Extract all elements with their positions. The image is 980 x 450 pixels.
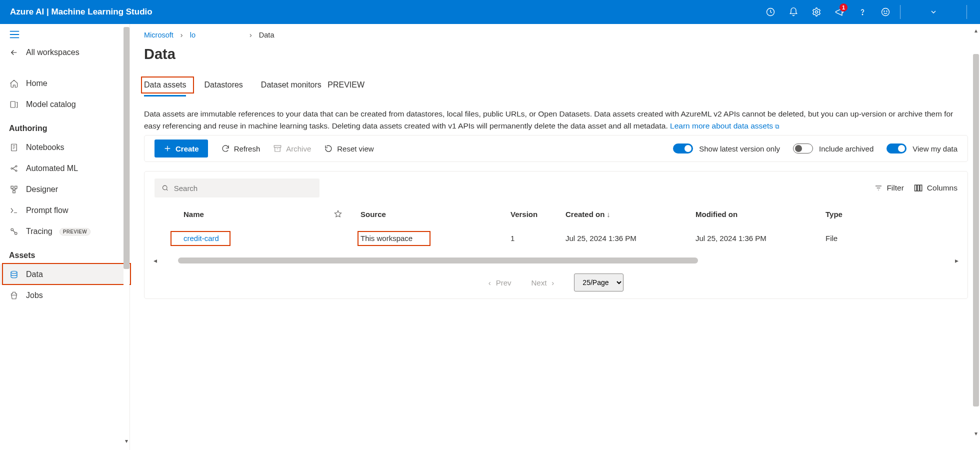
- toggle-view-my-data[interactable]: [886, 144, 906, 154]
- tab-dataset-monitors[interactable]: Dataset monitors PREVIEW: [261, 76, 364, 96]
- external-link-icon: ⧉: [775, 123, 780, 130]
- search-input[interactable]: [154, 178, 320, 198]
- create-button[interactable]: Create: [154, 140, 208, 158]
- cell-modified: Jul 25, 2024 1:36 PM: [686, 227, 816, 253]
- svg-point-16: [11, 271, 17, 274]
- breadcrumb-root[interactable]: Microsoft: [144, 31, 174, 39]
- page-size-select[interactable]: 25/Page: [574, 274, 624, 292]
- hamburger-icon[interactable]: [0, 30, 130, 42]
- scroll-right-icon[interactable]: ▸: [955, 256, 958, 264]
- col-modified[interactable]: Modified on: [686, 204, 816, 227]
- svg-rect-20: [918, 185, 920, 191]
- description: Data assets are immutable references to …: [144, 108, 954, 132]
- button-label: Columns: [927, 184, 958, 192]
- toggle-label: Show latest version only: [699, 144, 780, 153]
- breadcrumb-workspace[interactable]: lo: [190, 31, 196, 39]
- nav-label: Designer: [26, 185, 58, 194]
- nav-label: Data: [26, 270, 43, 279]
- svg-rect-6: [10, 102, 15, 108]
- search-icon: [162, 184, 169, 192]
- nav-prompt-flow[interactable]: Prompt flow: [0, 200, 130, 221]
- notifications-icon[interactable]: [782, 0, 805, 24]
- separator: [900, 5, 900, 19]
- cell-version: 1: [502, 227, 556, 253]
- table-header-row: Name Source Version Created on↓ Modified…: [144, 204, 968, 227]
- chevron-right-icon: ›: [552, 278, 554, 287]
- feedback-icon[interactable]: [874, 0, 897, 24]
- toggle-include-archived[interactable]: [793, 144, 813, 154]
- announcements-icon[interactable]: 1: [828, 0, 851, 24]
- col-type[interactable]: Type: [816, 204, 968, 227]
- account-menu[interactable]: [904, 0, 964, 24]
- learn-more-link[interactable]: Learn more about data assets ⧉: [670, 122, 780, 130]
- nav-tracing[interactable]: Tracing PREVIEW: [0, 221, 130, 242]
- notebook-icon: [9, 143, 19, 152]
- scroll-down-icon[interactable]: ▾: [973, 430, 979, 437]
- col-source[interactable]: Source: [352, 204, 502, 227]
- button-label: Create: [176, 144, 199, 153]
- col-name[interactable]: Name: [174, 204, 324, 227]
- svg-point-18: [162, 186, 167, 190]
- filter-button[interactable]: Filter: [874, 184, 904, 192]
- label: Next: [532, 278, 547, 287]
- svg-rect-17: [274, 146, 281, 148]
- star-icon: [334, 210, 342, 218]
- svg-rect-21: [920, 185, 922, 191]
- table-row[interactable]: credit-card This workspace 1 Jul 25, 202…: [144, 227, 968, 253]
- nav-automated-ml[interactable]: Automated ML: [0, 158, 130, 179]
- nav-all-workspaces[interactable]: All workspaces: [0, 42, 130, 63]
- home-icon: [9, 79, 19, 88]
- horizontal-scrollbar[interactable]: ◂ ▸: [154, 256, 958, 264]
- cell-created: Jul 25, 2024 1:36 PM: [556, 227, 686, 253]
- tab-label: Datastores: [204, 80, 242, 89]
- tab-label: Dataset monitors: [261, 80, 322, 89]
- svg-point-8: [11, 168, 12, 170]
- nav-label: All workspaces: [26, 48, 80, 57]
- svg-rect-13: [13, 190, 16, 193]
- nav-model-catalog[interactable]: Model catalog: [0, 94, 130, 115]
- scroll-down-icon[interactable]: ▾: [124, 438, 130, 444]
- catalog-icon: [9, 100, 19, 109]
- svg-point-9: [16, 166, 17, 167]
- tab-data-assets[interactable]: Data assets: [144, 76, 186, 96]
- archive-button: Archive: [273, 144, 311, 153]
- data-asset-link[interactable]: credit-card: [184, 234, 219, 242]
- section-assets: Assets: [0, 242, 130, 264]
- col-created[interactable]: Created on↓: [556, 204, 686, 227]
- button-label: Filter: [886, 184, 904, 192]
- next-button[interactable]: Next ›: [532, 278, 554, 287]
- tracing-icon: [9, 227, 19, 236]
- chevron-left-icon: ‹: [488, 278, 491, 287]
- button-label: Refresh: [234, 144, 260, 153]
- settings-icon[interactable]: [805, 0, 828, 24]
- scroll-up-icon[interactable]: ▴: [973, 27, 979, 34]
- prev-button[interactable]: ‹ Prev: [488, 278, 512, 287]
- svg-point-3: [882, 8, 890, 16]
- nav-home[interactable]: Home: [0, 73, 130, 94]
- scroll-left-icon[interactable]: ◂: [154, 256, 157, 264]
- nav-designer[interactable]: Designer: [0, 179, 130, 200]
- main-scrollbar[interactable]: ▴ ▾: [973, 27, 979, 437]
- nav-jobs[interactable]: Jobs: [0, 285, 130, 306]
- toggle-latest-version[interactable]: [673, 144, 693, 154]
- search-field[interactable]: [174, 184, 312, 192]
- col-favorite[interactable]: [324, 204, 352, 227]
- nav-label: Notebooks: [26, 143, 64, 152]
- sidebar-scrollbar[interactable]: ▾: [124, 27, 130, 444]
- nav-notebooks[interactable]: Notebooks: [0, 137, 130, 158]
- svg-rect-12: [15, 186, 18, 188]
- svg-point-4: [884, 11, 884, 12]
- reset-view-button[interactable]: Reset view: [324, 144, 374, 153]
- tab-datastores[interactable]: Datastores: [204, 76, 242, 96]
- topbar: Azure AI | Machine Learning Studio 1: [0, 0, 980, 24]
- col-version[interactable]: Version: [502, 204, 556, 227]
- nav-label: Automated ML: [26, 164, 78, 173]
- help-icon[interactable]: [851, 0, 874, 24]
- app-title: Azure AI | Machine Learning Studio: [10, 7, 152, 17]
- recent-icon[interactable]: [759, 0, 782, 24]
- chevron-right-icon: ›: [250, 31, 252, 39]
- nav-data[interactable]: Data: [0, 264, 130, 285]
- columns-button[interactable]: Columns: [914, 184, 958, 192]
- nav-label: Model catalog: [26, 100, 76, 109]
- refresh-button[interactable]: Refresh: [221, 144, 260, 153]
